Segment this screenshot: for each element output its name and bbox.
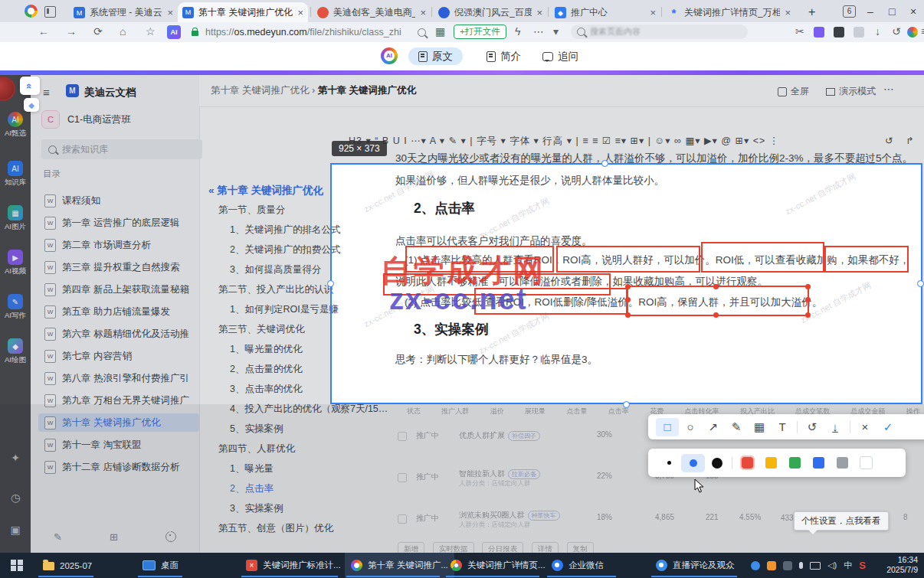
color-red-selected[interactable]: [736, 457, 759, 469]
annotation-handle[interactable]: [625, 284, 631, 289]
taskbar-item-live-comments[interactable]: 直播评论及观众: [650, 553, 741, 578]
tab-original[interactable]: 原文: [408, 47, 463, 65]
browser-tab[interactable]: 美迪创客_美迪电商_美 ×: [313, 3, 431, 22]
ai-assistant-badge[interactable]: AI: [167, 25, 181, 39]
tray-display-icon[interactable]: [810, 562, 821, 570]
reload-icon[interactable]: ⟳: [93, 25, 103, 38]
tray-ime-indicator[interactable]: 中: [844, 560, 852, 571]
mosaic-tool-icon[interactable]: ▦: [748, 420, 771, 434]
tray-shield-icon[interactable]: [783, 561, 792, 570]
tab-close-icon[interactable]: ×: [536, 7, 542, 18]
selection-handle[interactable]: [327, 280, 334, 287]
selection-handle[interactable]: [623, 401, 630, 408]
undo-tool-icon[interactable]: ↺: [801, 420, 824, 434]
stroke-size-large[interactable]: [705, 458, 729, 469]
puzzle-extension-icon[interactable]: [854, 27, 864, 38]
annotation-handle[interactable]: [805, 297, 811, 302]
extension-dark-icon[interactable]: [834, 27, 844, 38]
cancel-capture-icon[interactable]: ×: [854, 420, 876, 433]
annotation-handle[interactable]: [625, 297, 631, 302]
browser-tab[interactable]: M 系统管理 - 美迪云管理 ×: [69, 3, 178, 22]
window-close-button[interactable]: ×: [910, 5, 916, 18]
window-maximize-button[interactable]: □: [889, 5, 895, 18]
taskbar-item-wechat-work[interactable]: 企业微信: [546, 553, 610, 578]
tray-s-app-icon[interactable]: S: [859, 560, 866, 571]
tab-summary[interactable]: 简介: [477, 47, 531, 65]
annotation-rect[interactable]: [701, 242, 824, 273]
collapse-panel-button[interactable]: «: [20, 77, 40, 95]
color-gray[interactable]: [831, 457, 854, 469]
home-icon[interactable]: ⌂: [120, 25, 126, 38]
downloads-icon[interactable]: ↓: [875, 25, 880, 38]
taskbar-item-app[interactable]: × 关键词推广标准计...: [240, 553, 347, 578]
tray-speaker-icon[interactable]: ◁): [827, 560, 837, 570]
selection-handle[interactable]: [601, 160, 608, 167]
annotation-handle[interactable]: [805, 312, 811, 318]
selection-handle[interactable]: [917, 280, 924, 287]
taskbar-item-folder[interactable]: 2025-07: [37, 553, 98, 578]
plugin-mini-button[interactable]: ◆: [24, 98, 39, 112]
tab-close-icon[interactable]: ×: [785, 7, 791, 18]
history-undo-icon[interactable]: ↺: [892, 25, 901, 38]
taskbar-clock[interactable]: 16:34 2025/7/9: [886, 555, 918, 575]
new-tab-button[interactable]: +: [808, 5, 815, 19]
color-yellow[interactable]: [759, 457, 783, 469]
forward-icon[interactable]: →: [66, 25, 77, 38]
tray-microphone-icon[interactable]: [799, 562, 803, 569]
workspace-icon[interactable]: [44, 6, 56, 18]
browser-tab[interactable]: ◆ 推广中心 ×: [550, 3, 660, 22]
arrow-tool-icon[interactable]: ↗: [702, 420, 725, 434]
text-tool-icon[interactable]: T: [771, 420, 794, 433]
pen-tool-icon[interactable]: ✎: [725, 420, 748, 434]
taskbar-item-active-browser[interactable]: 第十章 关键词推广...: [345, 553, 454, 578]
color-green[interactable]: [783, 457, 807, 469]
color-white[interactable]: [854, 456, 878, 469]
extension-purple-icon[interactable]: [814, 27, 824, 38]
annotation-handle[interactable]: [805, 284, 811, 289]
annotation-handle[interactable]: [713, 284, 719, 289]
annotation-handle[interactable]: [713, 312, 719, 318]
tab-close-icon[interactable]: ×: [650, 7, 656, 18]
more-tools-icon[interactable]: ⋯: [533, 25, 544, 38]
annotation-handle[interactable]: [625, 312, 631, 318]
tray-wechat-icon[interactable]: [751, 561, 760, 570]
tab-close-icon[interactable]: ×: [167, 7, 173, 18]
bookmark-icon[interactable]: ☆: [146, 25, 156, 38]
taskbar-item-desktop[interactable]: 桌面: [136, 553, 185, 578]
clock-time: 16:34: [886, 555, 918, 565]
open-file-button[interactable]: +打开文件: [454, 24, 506, 39]
lightning-icon[interactable]: ϟ: [515, 25, 520, 38]
tab-close-icon[interactable]: ×: [420, 7, 426, 18]
browser-logo-icon[interactable]: [25, 5, 38, 18]
taskbar-item-chrome[interactable]: 关键词推广详情页...: [444, 553, 552, 578]
profile-avatar[interactable]: [907, 27, 918, 38]
browser-tab[interactable]: 倪强澳门风云_百度搜索 ×: [434, 3, 547, 22]
start-button[interactable]: [5, 553, 29, 578]
tray-orange-app-icon[interactable]: [767, 561, 776, 570]
confirm-capture-icon[interactable]: ✓: [876, 420, 899, 434]
page-image-icon[interactable]: ▦: [435, 25, 445, 38]
stroke-size-medium-selected[interactable]: [681, 454, 705, 472]
browser-tab-active[interactable]: M 第十章 关键词推广优化 ×: [178, 2, 308, 22]
browser-menu-icon[interactable]: ≡: [921, 25, 924, 38]
annotation-rect[interactable]: [556, 246, 700, 273]
annotation-rect[interactable]: [824, 246, 909, 273]
annotation-rect-active[interactable]: [627, 286, 809, 316]
stroke-size-small[interactable]: [657, 461, 681, 465]
back-icon[interactable]: ←: [38, 25, 49, 38]
color-blue[interactable]: [807, 457, 831, 469]
ellipse-tool-icon[interactable]: ○: [679, 420, 702, 433]
url-text[interactable]: https://os.medeyun.com/file/zhishiku/cla…: [205, 27, 401, 38]
zoom-out-icon[interactable]: [418, 28, 426, 37]
tab-close-icon[interactable]: ×: [297, 7, 303, 18]
chevron-down-icon[interactable]: ▾: [553, 25, 559, 38]
scissors-icon[interactable]: ✂: [795, 25, 804, 38]
page-search-input[interactable]: 搜索页面内容: [571, 24, 748, 39]
save-download-icon[interactable]: ↓: [824, 420, 847, 433]
browser-tab[interactable]: * 关键词推广详情页_万相 ×: [664, 3, 795, 22]
rect-tool-icon[interactable]: □: [656, 418, 679, 436]
tab-ask[interactable]: 追问: [532, 47, 588, 65]
window-minimize-button[interactable]: –: [867, 5, 873, 18]
tab-summary-label: 简介: [500, 50, 521, 64]
tab-counter-badge[interactable]: 6: [843, 5, 856, 18]
